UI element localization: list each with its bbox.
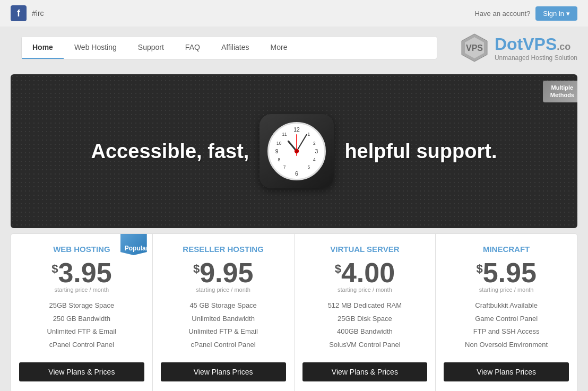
plan-title-reseller: RESELLER HOSTING: [161, 245, 286, 254]
feature-item: FTP and SSH Access: [444, 325, 569, 338]
feature-item: 400GB Bandwidth: [302, 325, 428, 338]
price-sub-vps: starting price / month: [302, 286, 428, 293]
view-plans-web[interactable]: View Plans & Prices: [19, 362, 144, 381]
facebook-icon[interactable]: f: [11, 5, 27, 21]
sign-in-button[interactable]: Sign in: [535, 6, 577, 21]
svg-point-19: [296, 150, 298, 152]
logo-text: DotVPS.co Unmanaged Hosting Solution: [495, 34, 577, 62]
price-amount-web: 3.95: [58, 259, 111, 286]
price-amount-minecraft: 5.95: [483, 259, 537, 286]
svg-text:8: 8: [278, 157, 281, 162]
nav-affiliates[interactable]: Affiliates: [211, 37, 260, 59]
svg-line-16: [297, 135, 307, 151]
price-dollar-web: $: [51, 262, 58, 276]
svg-text:9: 9: [275, 149, 279, 154]
popular-badge: Popular: [120, 234, 147, 255]
price-dollar-vps: $: [335, 262, 341, 276]
feature-item: cPanel Control Panel: [161, 338, 286, 352]
price-sub-reseller: starting price / month: [161, 286, 286, 293]
clock-icon: 12 3 6 9 1 2 4 5 7 8 10 11: [260, 114, 334, 188]
top-right-actions: Have an account? Sign in: [474, 6, 577, 21]
feature-item: Unlimited Bandwidth: [161, 312, 286, 326]
plan-title-vps: VIRTUAL SERVER: [302, 245, 428, 254]
feature-item: 25GB Storage Space: [19, 299, 144, 312]
clock-svg: 12 3 6 9 1 2 4 5 7 8 10 11: [269, 124, 324, 179]
svg-text:10: 10: [276, 141, 282, 146]
nav-home[interactable]: Home: [22, 37, 64, 59]
price-amount-reseller: 9.95: [200, 259, 253, 286]
logo-title: DotVPS.co: [495, 34, 577, 54]
feature-item: 25GB Disk Space: [302, 312, 428, 326]
nav-web-hosting[interactable]: Web Hosting: [64, 37, 127, 59]
clock-face: 12 3 6 9 1 2 4 5 7 8 10 11: [267, 122, 326, 180]
svg-text:VPS: VPS: [466, 44, 483, 53]
feature-list-web: 25GB Storage Space 250 GB Bandwidth Unli…: [19, 299, 144, 352]
feature-item: 45 GB Storage Space: [161, 299, 286, 312]
price-row-vps: $ 4.00: [302, 259, 428, 286]
svg-text:6: 6: [295, 171, 298, 177]
nav-faq[interactable]: FAQ: [175, 37, 211, 59]
price-amount-vps: 4.00: [341, 259, 395, 286]
banner-text-left: Accessible, fast,: [91, 140, 249, 163]
view-plans-vps[interactable]: View Plans & Prices: [302, 362, 428, 381]
svg-text:4: 4: [313, 157, 316, 162]
banner-text-right: helpful support.: [344, 140, 497, 163]
svg-text:11: 11: [282, 132, 288, 137]
view-plans-reseller[interactable]: View Plans Prices: [161, 362, 286, 381]
price-sub-web: starting price / month: [19, 286, 144, 293]
price-row-web: $ 3.95: [19, 259, 144, 286]
have-account-text: Have an account?: [474, 10, 530, 18]
feature-item: 250 GB Bandwidth: [19, 312, 144, 326]
nav-wrapper: Home Web Hosting Support FAQ Affiliates …: [11, 36, 448, 59]
feature-item: cPanel Control Panel: [19, 338, 144, 352]
feature-item: Craftbukkit Available: [444, 299, 569, 312]
plan-minecraft: MINECRAFT $ 5.95 starting price / month …: [436, 234, 577, 391]
feature-item: SolusVM Control Panel: [302, 338, 428, 352]
price-dollar-reseller: $: [193, 262, 200, 276]
price-row-minecraft: $ 5.95: [444, 259, 569, 286]
feature-list-vps: 512 MB Dedicated RAM 25GB Disk Space 400…: [302, 299, 428, 352]
plan-web-hosting: Popular WEB HOSTING $ 3.95 starting pric…: [11, 234, 153, 391]
feature-item: Non Oversold Environment: [444, 338, 569, 352]
svg-text:5: 5: [308, 164, 310, 170]
top-left-icons: f #irc: [11, 5, 44, 21]
corner-ribbon: Multiple Methods: [543, 81, 577, 102]
plan-virtual-server: VIRTUAL SERVER $ 4.00 starting price / m…: [295, 234, 436, 391]
svg-text:3: 3: [315, 149, 318, 154]
view-plans-minecraft[interactable]: View Plans Prices: [444, 362, 569, 381]
irc-label: #irc: [32, 9, 44, 18]
svg-text:12: 12: [294, 127, 300, 133]
feature-item: Game Control Panel: [444, 312, 569, 326]
banner-content: Accessible, fast, 12 3 6 9 1 2 4 5 7 8 1…: [91, 114, 497, 188]
plan-reseller-hosting: RESELLER HOSTING $ 9.95 starting price /…: [153, 234, 295, 391]
price-sub-minecraft: starting price / month: [444, 286, 569, 293]
logo-icon: VPS: [459, 32, 490, 64]
pricing-section: Popular WEB HOSTING $ 3.95 starting pric…: [11, 233, 577, 391]
header: Home Web Hosting Support FAQ Affiliates …: [0, 27, 588, 69]
top-bar: f #irc Have an account? Sign in: [0, 0, 588, 27]
price-dollar-minecraft: $: [476, 262, 482, 276]
price-row-reseller: $ 9.95: [161, 259, 286, 286]
feature-list-minecraft: Craftbukkit Available Game Control Panel…: [444, 299, 569, 352]
plan-title-minecraft: MINECRAFT: [444, 245, 569, 254]
hero-banner: Multiple Methods Accessible, fast, 12 3 …: [11, 74, 577, 228]
feature-item: Unlimited FTP & Email: [161, 325, 286, 338]
nav-more[interactable]: More: [260, 37, 298, 59]
svg-text:7: 7: [283, 164, 286, 170]
svg-text:2: 2: [313, 141, 316, 146]
feature-list-reseller: 45 GB Storage Space Unlimited Bandwidth …: [161, 299, 286, 352]
nav-support[interactable]: Support: [127, 37, 175, 59]
logo-subtitle: Unmanaged Hosting Solution: [495, 54, 577, 62]
feature-item: 512 MB Dedicated RAM: [302, 299, 428, 312]
nav-bar: Home Web Hosting Support FAQ Affiliates …: [21, 36, 437, 59]
svg-text:1: 1: [308, 132, 310, 137]
logo: VPS DotVPS.co Unmanaged Hosting Solution: [459, 32, 577, 64]
feature-item: Unlimited FTP & Email: [19, 325, 144, 338]
